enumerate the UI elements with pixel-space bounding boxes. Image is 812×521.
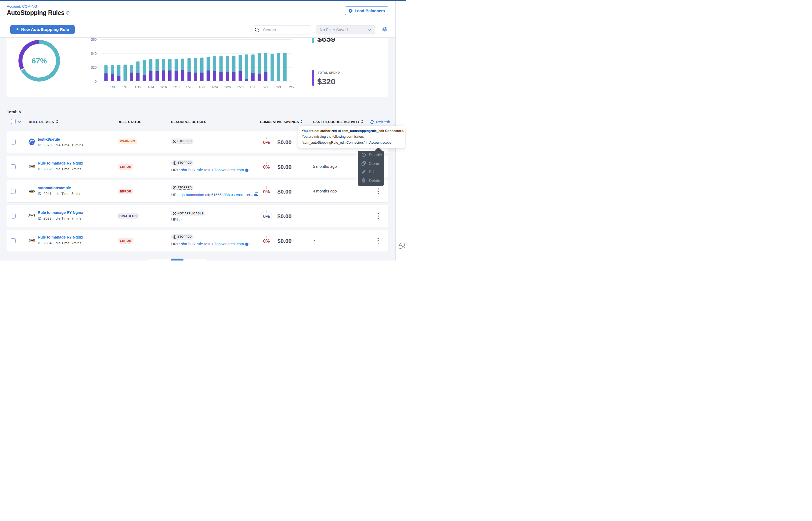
- svg-text:1/30: 1/30: [250, 85, 256, 89]
- svg-text:$20: $20: [91, 66, 97, 69]
- svg-text:2/3: 2/3: [276, 85, 281, 89]
- svg-text:1/10: 1/10: [122, 85, 128, 89]
- svg-text:1/12: 1/12: [135, 85, 141, 89]
- svg-text:1/14: 1/14: [147, 85, 154, 89]
- svg-text:TOTAL SPEND: TOTAL SPEND: [318, 71, 340, 74]
- svg-text:1/26: 1/26: [224, 85, 231, 89]
- svg-text:$320: $320: [317, 77, 336, 86]
- svg-text:1/16: 1/16: [160, 85, 167, 89]
- svg-text:$40: $40: [91, 52, 97, 55]
- svg-text:67%: 67%: [31, 56, 47, 65]
- svg-text:1/20: 1/20: [186, 85, 192, 89]
- svg-text:aws: aws: [29, 238, 35, 242]
- svg-text:0: 0: [95, 80, 97, 84]
- svg-text:$659: $659: [317, 38, 336, 43]
- svg-text:aws: aws: [29, 188, 35, 192]
- svg-text:$60: $60: [91, 38, 97, 42]
- svg-text:1/22: 1/22: [199, 85, 205, 89]
- svg-text:1/8: 1/8: [110, 85, 114, 89]
- svg-text:2/1: 2/1: [263, 85, 268, 89]
- svg-text:1/18: 1/18: [173, 85, 179, 89]
- svg-text:aws: aws: [29, 164, 35, 168]
- svg-text:1/28: 1/28: [237, 85, 243, 89]
- svg-text:2/5: 2/5: [289, 85, 294, 89]
- svg-text:aws: aws: [29, 213, 35, 217]
- svg-text:1/24: 1/24: [211, 85, 218, 89]
